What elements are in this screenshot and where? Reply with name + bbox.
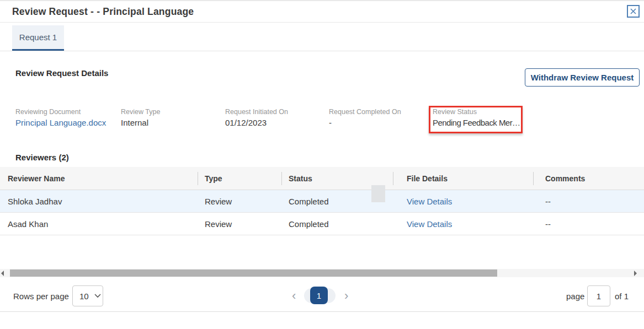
detail-field: Review TypeInternal <box>121 108 160 127</box>
scroll-left-arrow-icon[interactable] <box>1 271 4 276</box>
detail-field: Request Initiated On01/12/2023 <box>225 108 288 127</box>
scroll-handle[interactable] <box>371 185 385 202</box>
table-row: Shloka JadhavReviewCompletedView Details… <box>0 190 644 213</box>
page-label: page <box>566 292 584 301</box>
detail-field-label: Request Initiated On <box>225 108 288 116</box>
column-header: Reviewer Name <box>0 167 198 190</box>
table-cell-comments: -- <box>534 213 644 235</box>
table-cell-type: Review <box>198 213 281 235</box>
tab-request-1[interactable]: Request 1 <box>12 25 64 51</box>
reviewers-table: Reviewer NameTypeStatusFile DetailsComme… <box>0 167 644 235</box>
rows-per-page-select[interactable]: 10 <box>72 285 103 306</box>
detail-field-label: Reviewing Document <box>15 108 106 116</box>
previous-page-chevron[interactable]: ‹ <box>292 289 296 303</box>
column-divider <box>393 172 393 185</box>
page-1-button[interactable]: 1 <box>310 287 328 304</box>
scroll-right-arrow-icon[interactable] <box>634 271 637 276</box>
view-details-link[interactable]: View Details <box>407 197 452 206</box>
detail-field-value: Internal <box>121 118 160 127</box>
table-cell-status: Completed <box>281 213 393 235</box>
detail-field-label: Request Completed On <box>329 108 401 116</box>
table-header-row: Reviewer NameTypeStatusFile DetailsComme… <box>0 167 644 190</box>
column-divider <box>281 172 282 185</box>
table-cell-name: Shloka Jadhav <box>0 190 198 212</box>
detail-field-label: Review Status <box>433 108 520 116</box>
chevron-down-icon <box>94 294 101 298</box>
tabbar-divider <box>0 51 644 51</box>
withdraw-review-request-button[interactable]: Withdraw Review Request <box>525 68 640 87</box>
table-cell-type: Review <box>198 190 281 212</box>
detail-field-value: Pending Feedback Mer… <box>433 118 520 127</box>
detail-field: Review StatusPending Feedback Mer… <box>433 108 520 127</box>
reviewers-heading: Reviewers (2) <box>15 153 69 162</box>
tab-label: Request 1 <box>19 33 57 42</box>
close-button[interactable] <box>627 5 640 18</box>
page-number-input[interactable] <box>587 285 610 306</box>
details-heading: Review Request Details <box>15 68 108 78</box>
reviewing-document-link[interactable]: Principal Language.docx <box>15 118 106 127</box>
column-divider <box>533 172 534 185</box>
detail-field-value: - <box>329 118 401 127</box>
detail-field-value: 01/12/2023 <box>225 118 288 127</box>
table-row: Asad KhanReviewCompletedView Details-- <box>0 213 644 235</box>
close-icon <box>630 8 636 14</box>
horizontal-scrollbar[interactable] <box>0 269 644 277</box>
detail-field: Request Completed On- <box>329 108 401 127</box>
table-cell-comments: -- <box>534 190 644 212</box>
column-header: Type <box>198 167 281 190</box>
column-divider <box>198 172 198 185</box>
detail-field: Reviewing DocumentPrincipal Language.doc… <box>15 108 106 127</box>
dialog-title: Review Request - - Principal Language <box>12 6 194 18</box>
table-cell-file_details: View Details <box>393 190 534 212</box>
rows-per-page-label: Rows per page <box>13 292 69 301</box>
detail-field-label: Review Type <box>121 108 160 116</box>
dialog-titlebar: Review Request - - Principal Language <box>0 0 644 23</box>
scrollbar-thumb[interactable] <box>10 269 497 277</box>
bottom-divider <box>0 311 644 312</box>
next-page-chevron[interactable]: › <box>344 289 348 303</box>
column-header: File Details <box>393 167 534 190</box>
page-of-label: of 1 <box>615 292 629 301</box>
table-cell-name: Asad Khan <box>0 213 198 235</box>
rows-per-page-value: 10 <box>73 292 89 301</box>
table-cell-file_details: View Details <box>393 213 534 235</box>
column-header: Comments <box>534 167 644 190</box>
view-details-link[interactable]: View Details <box>407 219 452 229</box>
